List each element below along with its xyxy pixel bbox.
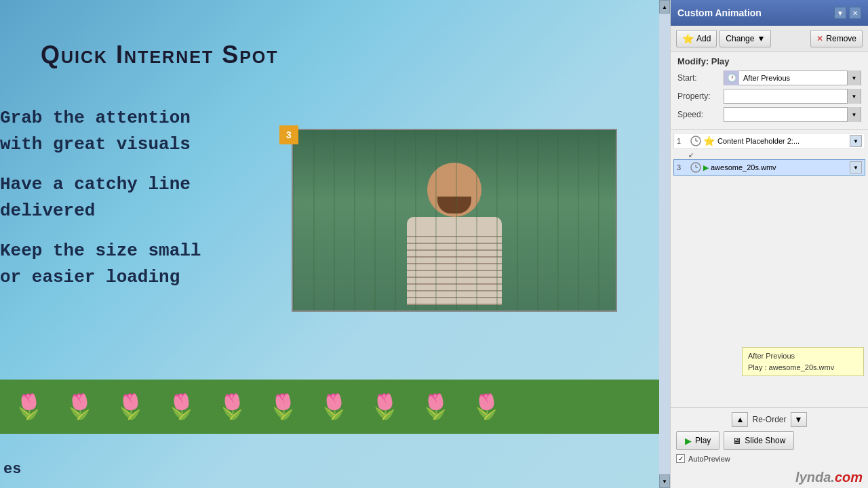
autopreview-row: ✓ AutoPreview [676,454,863,463]
remove-label: Remove [826,34,856,43]
person-body [407,217,502,305]
expand-icon: ↙ [688,151,694,159]
person-beard [437,197,471,214]
anim-num-1: 1 [677,137,690,145]
remove-x-icon: ✕ [816,34,823,43]
speed-row: Speed: ▼ [677,107,861,122]
scroll-up-btn[interactable]: ▲ [659,0,670,14]
speed-dropdown-arrow[interactable]: ▼ [847,107,861,122]
video-inner [293,130,616,310]
expand-arrow: ↙ [673,150,865,159]
video-badge: 3 [279,125,298,144]
modify-section: Modify: Play Start: 🕐 After Previous ▼ P… [671,52,868,130]
add-label: Add [696,34,711,43]
play-row: ▶ Play 🖥 Slide Show [676,431,863,450]
panel-controls: ▼ ✕ [834,7,861,19]
modify-title: Modify: Play [677,56,861,66]
bullet-2: Have a catchy line delivered [0,171,201,224]
change-button[interactable]: Change ▼ [719,30,771,47]
reorder-label: Re-Order [752,415,786,424]
play-icon-2: ▶ [703,163,709,172]
start-value: After Previous [742,74,847,82]
flower-2: 🌷 [64,392,95,421]
reorder-row: ▲ Re-Order ▼ [676,412,863,427]
flower-bar: 🌷 🌷 🌷 🌷 🌷 🌷 🌷 🌷 🌷 🌷 [0,380,670,434]
property-row: Property: ▼ [677,89,861,104]
play-label: Play [695,436,711,445]
start-row: Start: 🕐 After Previous ▼ [677,70,861,85]
tooltip-line-1: After Previous [748,350,858,362]
play-button[interactable]: ▶ Play [676,431,719,450]
flower-7: 🌷 [319,392,349,421]
slideshow-label: Slide Show [745,436,785,445]
slide-canvas: Quick Internet Spot Grab the attention w… [0,0,670,488]
reorder-up-btn[interactable]: ▲ [732,412,748,427]
panel-close-btn[interactable]: ✕ [849,7,861,19]
anim-num-2: 3 [677,163,690,171]
tooltip-line-2: Play : awesome_20s.wmv [748,362,858,373]
speed-label: Speed: [677,110,724,119]
property-label: Property: [677,92,724,101]
remove-button[interactable]: ✕ Remove [810,30,863,47]
flower-10: 🌷 [471,392,502,421]
add-star-icon: ⭐ [682,33,694,44]
property-dropdown-arrow[interactable]: ▼ [847,89,861,104]
start-label: Start: [677,73,724,83]
slide-scrollbar[interactable]: ▲ ▼ [659,0,670,488]
anim-name-2: awesome_20s.wmv [711,163,850,171]
down-arrow-icon: ▼ [795,415,803,424]
autopreview-checkbox[interactable]: ✓ [676,454,685,463]
scroll-track [659,14,670,474]
flower-1: 🌷 [14,392,44,421]
panel-bottom: ▲ Re-Order ▼ ▶ Play 🖥 Slide Show ✓ AutoP… [671,407,868,467]
slide-bullets: Grab the attention with great visuals Ha… [0,105,201,304]
flower-3: 🌷 [115,392,146,421]
change-label: Change [726,34,754,43]
custom-animation-panel: Custom Animation ▼ ✕ ⭐ Add Change ▼ ✕ Re… [670,0,868,488]
panel-toolbar: ⭐ Add Change ▼ ✕ Remove [671,26,868,52]
slide-title: Quick Internet Spot [41,41,279,69]
change-arrow-icon: ▼ [757,34,765,43]
start-dropdown-arrow[interactable]: ▼ [847,70,861,85]
bullet-1: Grab the attention with great visuals [0,105,201,158]
panel-header: Custom Animation ▼ ✕ [671,0,868,26]
start-select[interactable]: 🕐 After Previous ▼ [724,70,861,85]
property-select[interactable]: ▼ [724,89,861,104]
flower-4: 🌷 [166,392,197,421]
clock-icon-2 [690,162,701,173]
clock-icon: 🕐 [724,70,739,85]
star-icon-1: ⭐ [703,136,715,146]
add-button[interactable]: ⭐ Add [676,30,717,47]
autopreview-label: AutoPreview [688,455,730,463]
bullet-3: Keep the size small or easier loading [0,238,201,291]
slideshow-button[interactable]: 🖥 Slide Show [724,431,794,450]
animation-item-1[interactable]: 1 ⭐ Content Placeholder 2:... ▼ [673,133,865,149]
flower-6: 🌷 [268,392,298,421]
up-arrow-icon: ▲ [736,415,745,424]
anim-name-1: Content Placeholder 2:... [717,137,850,145]
flower-5: 🌷 [217,392,248,421]
slideshow-icon: 🖥 [732,436,741,446]
person-head [427,163,481,217]
anim-dropdown-1[interactable]: ▼ [850,135,862,147]
reorder-down-btn[interactable]: ▼ [791,412,807,427]
flower-8: 🌷 [370,392,400,421]
clock-icon-1 [690,136,701,146]
slide-bottom-text: es [3,461,21,478]
panel-title: Custom Animation [677,7,762,18]
animation-list: 1 ⭐ Content Placeholder 2:... ▼ ↙ 3 ▶ aw… [671,130,868,407]
scroll-down-btn[interactable]: ▼ [659,474,670,488]
animation-item-2[interactable]: 3 ▶ awesome_20s.wmv ▼ [673,159,865,176]
animation-tooltip: After Previous Play : awesome_20s.wmv [742,347,864,376]
video-placeholder [292,129,617,312]
play-triangle-icon: ▶ [685,436,692,446]
panel-minimize-btn[interactable]: ▼ [834,7,846,19]
person-stripes [407,230,502,305]
flower-9: 🌷 [420,392,451,421]
anim-dropdown-2[interactable]: ▼ [850,161,862,174]
speed-select[interactable]: ▼ [724,107,861,122]
lynda-logo: lynda.com [671,467,868,488]
